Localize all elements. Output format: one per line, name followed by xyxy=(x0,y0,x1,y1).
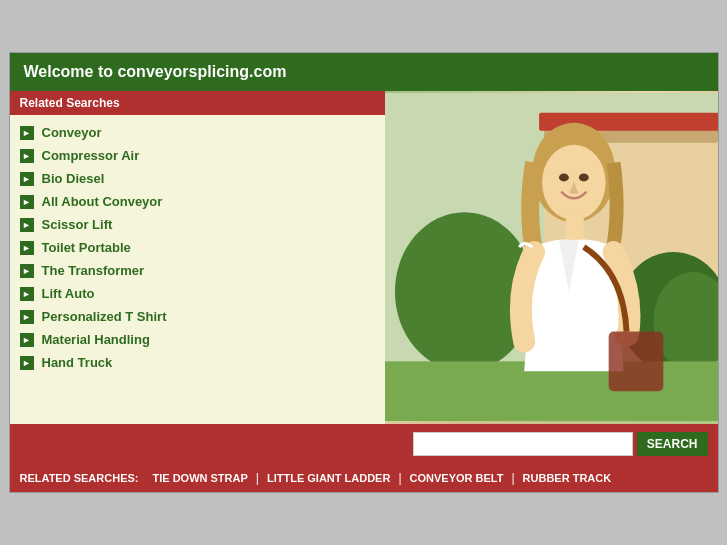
link-toilet-portable[interactable]: Toilet Portable xyxy=(42,240,131,255)
arrow-icon: ► xyxy=(20,195,34,209)
arrow-icon: ► xyxy=(20,126,34,140)
search-bar-row: SEARCH xyxy=(10,424,718,464)
arrow-icon: ► xyxy=(20,218,34,232)
arrow-icon: ► xyxy=(20,333,34,347)
footer-bar: RELATED SEARCHES: TIE DOWN STRAP | LITTL… xyxy=(10,464,718,492)
list-item: ► Scissor Lift xyxy=(10,213,385,236)
link-bio-diesel[interactable]: Bio Diesel xyxy=(42,171,105,186)
link-material-handling[interactable]: Material Handling xyxy=(42,332,150,347)
photo-placeholder xyxy=(385,91,718,423)
list-item: ► Bio Diesel xyxy=(10,167,385,190)
photo-svg xyxy=(385,91,718,423)
list-item: ► Hand Truck xyxy=(10,351,385,374)
left-panel: Related Searches ► Conveyor ► Compressor… xyxy=(10,91,385,423)
footer-link-tie-down-strap[interactable]: TIE DOWN STRAP xyxy=(144,472,255,484)
search-button[interactable]: SEARCH xyxy=(637,432,708,456)
arrow-icon: ► xyxy=(20,310,34,324)
arrow-icon: ► xyxy=(20,172,34,186)
svg-point-11 xyxy=(578,174,588,182)
footer-link-little-giant-ladder[interactable]: LITTLE GIANT LADDER xyxy=(259,472,398,484)
list-item: ► Conveyor xyxy=(10,121,385,144)
header-title: Welcome to conveyorsplicing.com xyxy=(24,63,287,80)
footer-link-conveyor-belt[interactable]: CONVEYOR BELT xyxy=(402,472,512,484)
list-item: ► The Transformer xyxy=(10,259,385,282)
arrow-icon: ► xyxy=(20,149,34,163)
link-hand-truck[interactable]: Hand Truck xyxy=(42,355,113,370)
list-item: ► Lift Auto xyxy=(10,282,385,305)
link-the-transformer[interactable]: The Transformer xyxy=(42,263,145,278)
footer-link-rubber-track[interactable]: RUBBER TRACK xyxy=(515,472,620,484)
link-conveyor[interactable]: Conveyor xyxy=(42,125,102,140)
list-item: ► Toilet Portable xyxy=(10,236,385,259)
related-searches-header: Related Searches xyxy=(10,91,385,115)
arrow-icon: ► xyxy=(20,241,34,255)
svg-rect-14 xyxy=(608,332,663,392)
arrow-icon: ► xyxy=(20,356,34,370)
list-item: ► Material Handling xyxy=(10,328,385,351)
arrow-icon: ► xyxy=(20,287,34,301)
links-list: ► Conveyor ► Compressor Air ► Bio Diesel… xyxy=(10,115,385,380)
link-all-about-conveyor[interactable]: All About Conveyor xyxy=(42,194,163,209)
footer-label: RELATED SEARCHES: xyxy=(20,472,139,484)
link-scissor-lift[interactable]: Scissor Lift xyxy=(42,217,113,232)
related-searches-label: Related Searches xyxy=(20,96,120,110)
link-lift-auto[interactable]: Lift Auto xyxy=(42,286,95,301)
search-input[interactable] xyxy=(413,432,633,456)
list-item: ► All About Conveyor xyxy=(10,190,385,213)
footer-links: TIE DOWN STRAP | LITTLE GIANT LADDER | C… xyxy=(144,471,619,485)
right-panel xyxy=(385,91,718,423)
main-area: Related Searches ► Conveyor ► Compressor… xyxy=(10,91,718,423)
list-item: ► Personalized T Shirt xyxy=(10,305,385,328)
header-bar: Welcome to conveyorsplicing.com xyxy=(10,53,718,91)
svg-point-10 xyxy=(558,174,568,182)
link-personalized-t-shirt[interactable]: Personalized T Shirt xyxy=(42,309,167,324)
arrow-icon: ► xyxy=(20,264,34,278)
list-item: ► Compressor Air xyxy=(10,144,385,167)
link-compressor-air[interactable]: Compressor Air xyxy=(42,148,140,163)
